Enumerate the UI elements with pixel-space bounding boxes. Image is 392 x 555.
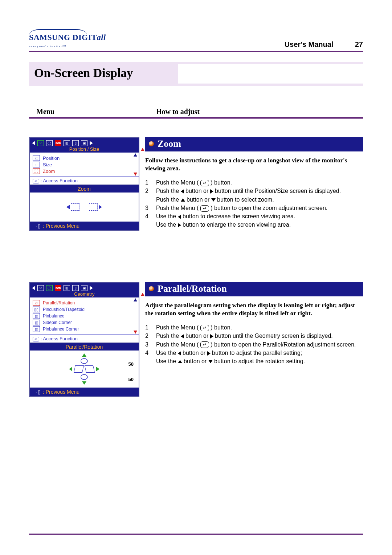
zoom-in-icon: [89, 203, 102, 211]
size-item-icon: ↔: [33, 162, 40, 167]
bullet-icon: [149, 286, 154, 291]
osd-item: Zoom: [43, 169, 55, 174]
parallel-right-icon: [85, 365, 95, 373]
osd-item: Pincushion/Trapezoid: [43, 307, 85, 312]
col-how: How to adjust: [156, 108, 200, 116]
geometry-icon: ◯: [46, 140, 53, 146]
footer-rule: [29, 534, 363, 535]
brand-a: SAMSUNG: [29, 33, 70, 42]
osd-control-panel: Zoom: [30, 185, 139, 222]
header-rule: [29, 51, 363, 52]
zoom-intro: Follow these instructions to get a close…: [145, 157, 363, 173]
col-menu: Menu: [29, 108, 156, 116]
pinbalance-corner-item-icon: ▥: [33, 326, 40, 332]
up-arrow-icon: [178, 360, 182, 363]
left-arrow-icon: [181, 334, 184, 339]
position-size-icon: ⤧: [37, 285, 44, 291]
zoom-steps: 1Push the Menu ( ↵ ) button. 2Push the b…: [145, 178, 363, 229]
enter-icon: ↵: [200, 205, 209, 212]
osd-item-list: ▱Parallel/Rotation ▯▯Pincushion/Trapezoi…: [30, 297, 139, 335]
sidepin-item-icon: ▥: [33, 320, 40, 325]
osd-top-bar: ⤧ ◯ RGB ▥ ▯ ▣ Position / Size: [30, 138, 139, 153]
osd-control-title: Parallel/Rotation: [30, 343, 139, 351]
left-arrow-icon: [178, 215, 181, 219]
enter-icon: ↵: [200, 180, 209, 186]
screen-icon: ▥: [64, 285, 70, 291]
parallel-heading: Parallel/Rotation: [158, 283, 227, 294]
parallel-instructions: Parallel/Rotation Adjust the parallelogr…: [145, 282, 363, 365]
doc-title: User's Manual: [285, 40, 334, 48]
parallel-heading-bar: Parallel/Rotation: [145, 282, 363, 296]
parallel-item-icon: ▱: [33, 300, 40, 306]
advanced-icon: ▯: [72, 140, 79, 146]
pinbalance-item-icon: ▥: [33, 313, 40, 319]
enter-icon: ↵: [200, 325, 209, 331]
zoom-heading-bar: Zoom: [145, 137, 363, 151]
col-header-rule: [29, 117, 363, 119]
down-arrow-icon: [208, 360, 213, 363]
right-arrow-icon: [210, 334, 213, 339]
right-arrow-icon: [178, 223, 181, 227]
enter-icon: ↵: [200, 341, 209, 348]
pip-icon: ▣: [81, 285, 87, 291]
header-right: User's Manual 27: [285, 40, 363, 49]
osd-item: Sidepin Corner: [43, 320, 72, 325]
scroll-up-icon: [134, 153, 137, 157]
section-title: On-Screen Display: [34, 66, 133, 80]
rgb-icon: RGB: [55, 140, 61, 146]
brand-c: all: [97, 33, 106, 42]
position-item-icon: ▭: [33, 155, 40, 161]
osd-zoom: ⤧ ◯ RGB ▥ ▯ ▣ Position / Size ▭Position …: [29, 137, 139, 231]
right-arrow-icon: [207, 351, 211, 356]
osd-top-bar: ⤧ ◯ RGB ▥ ▯ ▣ Geometry: [30, 283, 139, 297]
prev-key-icon: →▯: [33, 223, 41, 229]
right-arrow-icon: [96, 367, 99, 371]
left-arrow-icon: [178, 351, 181, 356]
nav-right-icon: [90, 286, 93, 290]
enter-icon: ↵: [33, 337, 39, 341]
bullet-icon: [149, 141, 154, 146]
parallel-left-icon: [74, 365, 84, 373]
nav-left-icon: [32, 286, 35, 290]
down-arrow-icon: [211, 198, 216, 202]
osd-control-title: Zoom: [30, 185, 139, 193]
zoom-row: ⤧ ◯ RGB ▥ ▯ ▣ Position / Size ▭Position …: [29, 137, 363, 231]
parallel-value: 50: [128, 361, 134, 367]
scroll-up-icon: [134, 298, 137, 301]
left-arrow-icon: [181, 189, 184, 194]
up-arrow-icon: [181, 198, 185, 202]
brand-logo: SAMSUNG DIGITall everyone's invited™: [29, 29, 106, 49]
osd-icon-row: ⤧ ◯ RGB ▥ ▯ ▣: [32, 139, 136, 147]
geometry-icon: ◯: [46, 285, 53, 291]
osd-access-function: ↵: Access Function: [30, 335, 139, 343]
zoom-instructions: Zoom Follow these instructions to get a …: [145, 137, 363, 229]
osd-control-panel: Parallel/Rotation 50 50: [30, 343, 139, 388]
page-number: 27: [348, 40, 363, 49]
header-row: SAMSUNG DIGITall everyone's invited™ Use…: [29, 29, 363, 49]
osd-item: Position: [43, 155, 60, 161]
parallel-intro: Adjust the parallelogram setting when th…: [145, 301, 363, 317]
marker-icon: [141, 148, 144, 151]
screen-icon: ▥: [64, 140, 70, 146]
position-size-icon: ⤧: [37, 140, 44, 146]
prev-key-icon: →▯: [33, 389, 41, 395]
svg-point-1: [81, 374, 87, 380]
zoom-heading: Zoom: [158, 138, 181, 149]
osd-subtitle: Position / Size: [32, 146, 136, 152]
zoom-out-icon: [66, 203, 79, 211]
nav-right-icon: [90, 141, 93, 145]
column-headers: Menu How to adjust: [29, 108, 363, 119]
osd-access-function: ↵: Access Function: [30, 177, 139, 185]
section-title-block: On-Screen Display: [29, 62, 363, 86]
osd-item: Pinbalance: [43, 313, 64, 319]
rotation-value: 50: [128, 377, 134, 382]
scroll-down-icon: [134, 173, 137, 176]
svg-point-0: [81, 358, 87, 364]
marker-icon: [141, 293, 144, 296]
zoom-item-icon: ⛶: [33, 168, 40, 174]
pincushion-item-icon: ▯▯: [33, 307, 40, 312]
parallel-steps: 1Push the Menu ( ↵ ) button. 2Push the b…: [145, 323, 363, 365]
rgb-icon: RGB: [55, 285, 61, 291]
brand-tagline: everyone's invited™: [29, 45, 67, 48]
enter-icon: ↵: [33, 179, 39, 183]
